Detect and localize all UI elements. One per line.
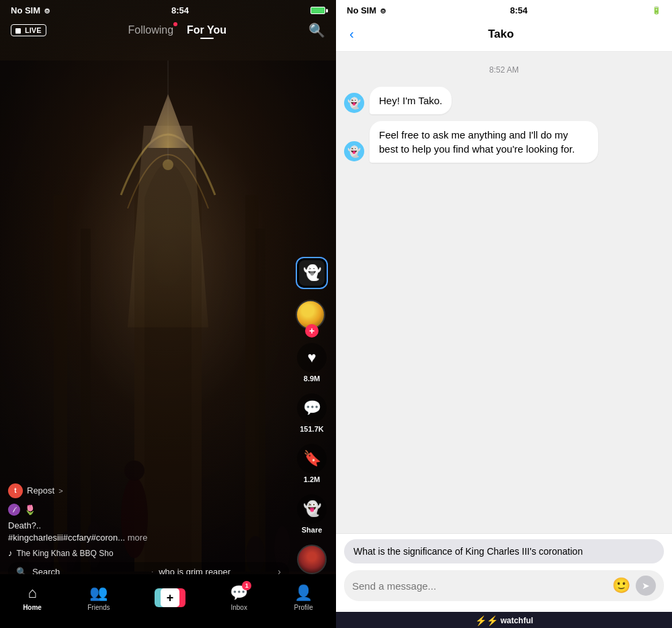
status-left: No SIM ⌾ (11, 5, 50, 15)
left-nav: LIVE Following For You 🔍 (0, 18, 336, 41)
bookmark-button[interactable]: 🔖 1.2M (297, 444, 327, 483)
tako-ghost-icon: 👻 (303, 264, 321, 282)
emoji-button[interactable]: 🙂 (612, 577, 630, 594)
left-panel: No SIM ⌾ 8:54 LIVE Following For You 🔍 (0, 0, 336, 628)
watchful-icon: ⚡⚡ (475, 615, 498, 626)
send-button[interactable]: ➤ (636, 576, 656, 596)
right-status-left: No SIM ⌾ (347, 5, 386, 15)
bottom-input-area: What is the significance of King Charles… (336, 533, 672, 612)
home-label: Home (23, 604, 42, 611)
chat-timestamp: 8:52 AM (344, 65, 664, 75)
bot-message-1-text: Hey! I'm Tako. (379, 95, 442, 106)
music-note-icon: ♪ (8, 548, 13, 558)
inbox-label: Inbox (230, 604, 247, 611)
right-status-bar: No SIM ⌾ 8:54 🔋 (336, 0, 672, 18)
repost-label: Repost (27, 485, 54, 496)
search-icon[interactable]: 🔍 (308, 22, 325, 38)
tab-for-you[interactable]: For You (187, 24, 226, 36)
right-sidebar: 👻 + ♥ 8.9M 💬 151.7K 🔖 1.2M 👻 Share (296, 257, 328, 574)
back-button[interactable]: ‹ (347, 25, 357, 43)
tako-avatar[interactable]: 👻 (296, 257, 328, 289)
user-avatar-container: + (296, 300, 328, 332)
right-panel: No SIM ⌾ 8:54 🔋 ‹ Tako 8:52 AM 👻 Hey! I'… (336, 0, 672, 628)
share-icon: 👻 (297, 494, 327, 524)
following-dot (173, 22, 177, 26)
like-icon: ♥ (297, 343, 327, 372)
share-label: Share (302, 526, 323, 534)
wifi-icon: ⌾ (44, 5, 50, 15)
carrier-label: No SIM (11, 5, 40, 15)
left-status-bar: No SIM ⌾ 8:54 (0, 0, 336, 18)
right-wifi-icon: ⌾ (380, 5, 386, 15)
castle-avatar (297, 545, 327, 574)
suggested-query[interactable]: What is the significance of King Charles… (344, 539, 664, 563)
friends-label: Friends (87, 604, 110, 611)
follow-button[interactable]: + (305, 324, 319, 338)
bot-avatar: 👻 (344, 93, 364, 113)
friends-icon: 👥 (89, 584, 108, 602)
svg-point-13 (124, 461, 144, 481)
nav-tabs: Following For You (52, 24, 303, 36)
right-status-right: 🔋 (652, 6, 661, 15)
tako-avatar-inner: 👻 (299, 260, 325, 286)
watchful-logo: ⚡⚡ watchful (475, 615, 534, 626)
bot-message-row-2: 👻 Feel free to ask me anything and I'll … (344, 121, 664, 163)
repost-chevron: > (58, 487, 62, 495)
creator-icon: 𝒻 (8, 504, 20, 516)
message-input-row: 🙂 ➤ (344, 570, 664, 601)
video-description: Death?.. #kingcharlesiii#ccfary#coron...… (8, 520, 289, 544)
bottom-nav: ⌂ Home 👥 Friends + 💬 1 Inbox 👤 Profile (0, 574, 336, 628)
music-row: ♪ The King Khan & BBQ Sho (8, 548, 289, 558)
repost-avatar: t (8, 483, 23, 498)
bot-message-2-text: Feel free to ask me anything and I'll do… (379, 129, 575, 155)
live-label: LIVE (25, 26, 41, 34)
watchful-footer-right: ⚡⚡ watchful (336, 612, 672, 628)
time-label: 8:54 (171, 5, 189, 15)
bookmark-icon: 🔖 (297, 444, 327, 473)
more-link[interactable]: more (128, 533, 148, 543)
inbox-badge: 💬 1 (230, 584, 248, 602)
like-button[interactable]: ♥ 8.9M (297, 343, 327, 383)
nav-friends[interactable]: 👥 Friends (87, 584, 110, 611)
nav-profile[interactable]: 👤 Profile (294, 584, 312, 611)
send-icon: ➤ (642, 580, 650, 591)
profile-label: Profile (294, 604, 312, 611)
chat-header: ‹ Tako (336, 18, 672, 52)
bot-bubble-1: Hey! I'm Tako. (370, 87, 452, 114)
bot-avatar-2: 👻 (344, 141, 364, 161)
right-battery-icon: 🔋 (652, 6, 661, 15)
flower-emoji: 🌷 (24, 504, 36, 515)
bot-bubble-2: Feel free to ask me anything and I'll do… (370, 121, 598, 163)
share-button[interactable]: 👻 Share (297, 494, 327, 534)
creator-row: 𝒻 🌷 (8, 504, 289, 516)
live-badge[interactable]: LIVE (11, 24, 46, 36)
nav-inbox[interactable]: 💬 1 Inbox (230, 584, 248, 611)
bookmark-count: 1.2M (304, 475, 320, 483)
add-btn-center: + (161, 588, 179, 607)
svg-point-6 (163, 159, 173, 170)
profile-icon: 👤 (294, 584, 312, 602)
right-time: 8:54 (510, 5, 528, 15)
inbox-badge-count: 1 (242, 581, 251, 590)
chat-area: 8:52 AM 👻 Hey! I'm Tako. 👻 Feel free to … (336, 52, 672, 533)
add-button[interactable]: + (156, 588, 184, 607)
like-count: 8.9M (304, 375, 320, 383)
right-carrier: No SIM (347, 5, 376, 15)
battery-icon (310, 7, 325, 14)
home-icon: ⌂ (28, 584, 36, 602)
tab-following[interactable]: Following (128, 24, 173, 36)
watchful-label: watchful (501, 616, 534, 625)
nav-home[interactable]: ⌂ Home (23, 584, 42, 611)
video-content: t Repost > 𝒻 🌷 Death?.. #kingcharlesiii#… (8, 483, 289, 581)
comment-count: 151.7K (300, 425, 323, 433)
music-text: The King Khan & BBQ Sho (17, 549, 114, 558)
comment-icon: 💬 (297, 393, 327, 423)
nav-add[interactable]: + (156, 588, 184, 607)
message-input[interactable] (352, 580, 607, 592)
chat-title: Tako (365, 28, 637, 41)
repost-bar[interactable]: t Repost > (8, 483, 289, 498)
comment-button[interactable]: 💬 151.7K (297, 393, 327, 433)
status-right (310, 7, 325, 14)
bot-message-row-1: 👻 Hey! I'm Tako. (344, 87, 664, 114)
